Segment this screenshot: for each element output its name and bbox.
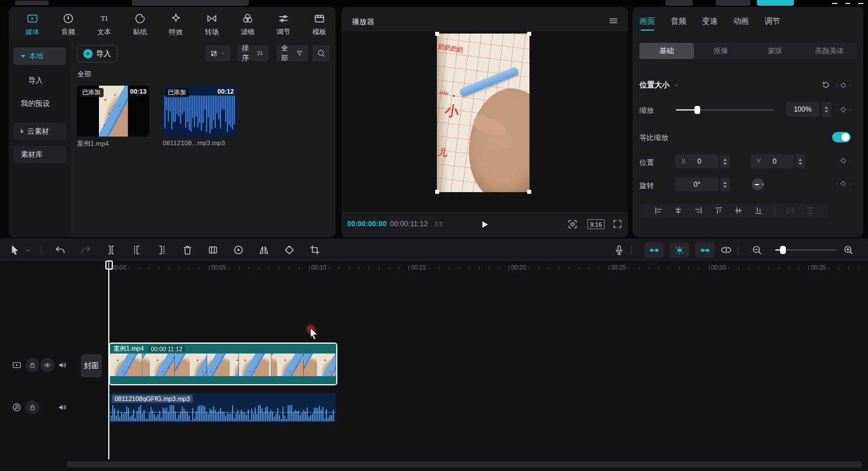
select-button[interactable] [9,244,21,256]
rotation-value-field[interactable]: 0° [675,178,719,192]
link-toggle[interactable] [695,242,715,257]
delete-button[interactable] [182,244,193,256]
align-bottom-button[interactable] [754,206,763,215]
rotate-button[interactable] [284,244,295,256]
sidebar-item-cloud[interactable]: 云素材 [13,123,66,140]
zoom-in-button[interactable] [843,244,854,256]
align-right-button[interactable] [694,206,703,215]
window-controls[interactable] [832,1,863,5]
audio-track-lock-button[interactable] [25,400,39,414]
zoom-out-button[interactable] [751,244,763,256]
freeze-button[interactable] [207,244,219,256]
scale-value-field[interactable]: 100% [786,102,819,117]
video-track-mute-button[interactable] [57,360,68,370]
media-item-audio[interactable]: 已添加 00:12 08112108...mp3.mp3 [163,86,237,146]
chevron-down-button[interactable] [24,246,32,254]
scale-stepper[interactable] [822,102,831,117]
crop-button[interactable] [309,244,321,256]
align-center-h-button[interactable] [674,206,683,215]
tab-effects[interactable]: 特效 [158,7,194,37]
zoom-slider-thumb[interactable] [780,246,786,254]
playhead-line[interactable] [108,260,109,459]
align-center-v-button[interactable] [734,206,743,215]
inspector-subtab-3[interactable]: 美颜美体 [802,43,856,59]
inspector-tab-2[interactable]: 变速 [702,8,718,35]
playhead-handle[interactable] [105,260,113,270]
play-button[interactable] [479,219,490,230]
fullscreen-icon[interactable] [612,219,623,229]
position-y-field[interactable]: Y 0 [751,154,794,168]
inspector-tab-1[interactable]: 音频 [671,8,686,35]
tab-text[interactable]: TI文本 [86,7,122,37]
tab-templates[interactable]: 模板 [301,7,337,37]
media-item-video[interactable]: 已添加 00:13 案例1.mp4 [77,86,149,148]
tab-sticker[interactable]: 贴纸 [122,7,158,37]
inspector-tab-3[interactable]: 动画 [733,8,749,35]
mirror-button[interactable] [258,244,270,256]
sidebar-item-import[interactable]: 导入 [13,72,66,89]
tab-adjust[interactable]: 调节 [266,7,301,37]
align-top-button[interactable] [714,206,723,215]
video-track-lock-button[interactable] [25,358,39,372]
timeline-video-clip[interactable]: 案例1.mp4 00:00:11:12 [109,343,337,385]
player-menu-icon[interactable] [608,16,619,26]
frame-view-icon[interactable] [433,219,444,230]
horizontal-scrollbar[interactable] [67,461,862,468]
sidebar-item-library[interactable]: 素材库 [13,146,66,163]
rotation-keyframe-button[interactable]: ‹› [836,179,851,188]
tab-transitions[interactable]: 转场 [194,7,230,37]
titlebar-button-1[interactable] [665,0,693,6]
transform-handle[interactable] [435,190,439,194]
import-button[interactable]: + 导入 [77,45,117,62]
snap-toggle[interactable] [644,242,664,257]
keyframe-button[interactable]: ‹› [836,81,851,90]
sidebar-item-local[interactable]: 本地 [13,47,66,65]
rotation-stepper[interactable] [720,178,730,192]
uniform-scale-toggle[interactable] [832,132,851,142]
inspector-subtab-2[interactable]: 蒙版 [748,43,803,59]
audio-track-mute-button[interactable] [57,402,68,413]
timeline-audio-clip[interactable]: 08112108qGFfG.mp3.mp3 [109,393,336,422]
scale-slider[interactable] [676,109,774,111]
mic-button[interactable] [613,244,625,256]
preview-quality-icon[interactable] [567,219,578,230]
titlebar-project-button[interactable] [132,0,249,6]
tab-audio[interactable]: 音频 [50,7,86,37]
video-track-visibility-button[interactable] [41,358,54,372]
rotation-dial[interactable] [752,178,764,190]
filter-button[interactable]: 全部 [277,45,308,61]
transform-handle[interactable] [527,32,531,36]
split-right-button[interactable] [156,244,168,256]
sidebar-item-presets[interactable]: 我的预设 [13,95,66,112]
preview-video[interactable]: 奶奶奶奶 xiǎo 小 儿 qiáo 桥 [437,34,529,192]
timeline-zoom-slider[interactable] [775,249,836,251]
timeline-ruler[interactable]: 00:0000:0500:1000:1500:2000:2500:3000:35 [75,262,865,274]
sort-button[interactable]: 排序 [237,45,269,61]
position-x-stepper[interactable] [720,154,730,168]
position-y-stepper[interactable] [796,154,805,168]
inspector-tab-4[interactable]: 调节 [764,8,780,35]
reverse-button[interactable] [233,244,244,256]
transform-handle[interactable] [435,32,439,36]
position-keyframe-button[interactable]: ‹› [836,156,851,165]
preview-axis-toggle[interactable] [670,242,689,257]
transform-handle[interactable] [527,190,531,194]
section-position-size[interactable]: 位置大小 [639,80,680,90]
titlebar-button-2[interactable] [716,0,751,6]
split-left-button[interactable] [131,244,142,256]
scale-keyframe-button[interactable]: ‹› [836,105,851,114]
inspector-tab-0[interactable]: 画面 [639,8,655,35]
track-split-button[interactable] [720,244,732,256]
inspector-subtab-0[interactable]: 基础 [639,43,694,59]
cover-button[interactable]: 封面 [81,354,102,377]
reset-icon[interactable] [821,80,830,90]
search-button[interactable] [312,45,330,61]
view-mode-button[interactable] [205,45,230,61]
aspect-ratio-button[interactable]: 9:16 [587,219,605,229]
scale-slider-thumb[interactable] [694,106,700,114]
tab-filters[interactable]: 滤镜 [230,7,266,37]
undo-button[interactable] [54,244,66,256]
inspector-subtab-1[interactable]: 抠像 [694,43,748,59]
position-x-field[interactable]: X 0 [675,154,719,168]
split-button[interactable] [105,244,117,256]
